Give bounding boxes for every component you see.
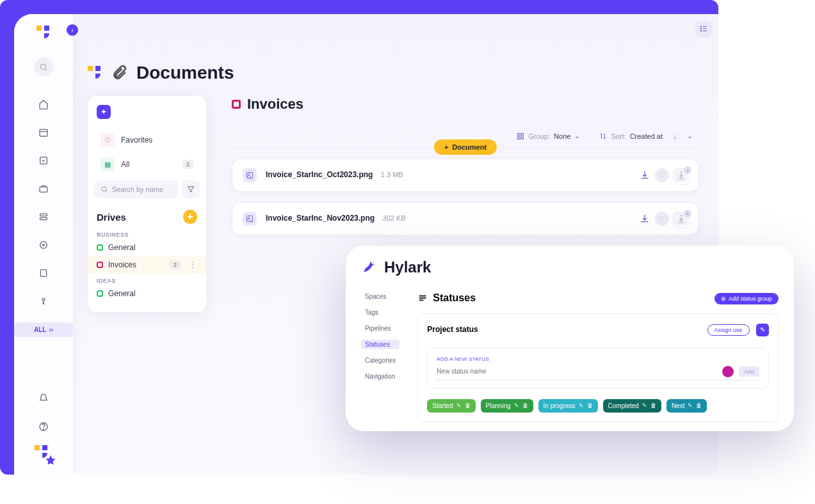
- help-icon[interactable]: [34, 417, 53, 436]
- svg-point-34: [373, 262, 374, 263]
- filter-button[interactable]: [182, 180, 200, 198]
- status-group-title: Project status: [427, 325, 478, 334]
- svg-rect-24: [518, 133, 520, 136]
- edit-icon[interactable]: ✎: [579, 402, 584, 409]
- nav-item-pipelines[interactable]: Pipelines: [361, 324, 399, 333]
- chip-label: Completed: [608, 402, 639, 409]
- nav-target-icon[interactable]: [34, 235, 53, 255]
- edit-icon[interactable]: ✎: [688, 402, 693, 409]
- nav-briefcase-icon[interactable]: [34, 179, 53, 198]
- document-size: 302 KB: [383, 214, 406, 222]
- nav-item-categories[interactable]: Categories: [361, 356, 399, 365]
- edit-icon[interactable]: ✎: [642, 402, 647, 409]
- edit-group-button[interactable]: ✎: [756, 324, 769, 336]
- nav-rail: › ALL ››: [14, 14, 73, 475]
- nav-note-icon[interactable]: [34, 264, 53, 283]
- delete-icon[interactable]: 🗑: [522, 402, 528, 409]
- all-row[interactable]: ▦ All 2: [92, 152, 202, 177]
- status-name-input[interactable]: [437, 368, 717, 375]
- download-icon[interactable]: [640, 214, 650, 224]
- nav-tasks-icon[interactable]: [34, 151, 53, 170]
- delete-icon[interactable]: 🗑: [696, 402, 702, 409]
- nav-item-tags[interactable]: Tags: [361, 308, 399, 317]
- document-card[interactable]: Invoice_StarInc_Nov2023.png 302 KB ♡ ⋮: [232, 202, 699, 235]
- download-icon[interactable]: [640, 170, 650, 180]
- drive-color-icon: [97, 290, 103, 297]
- overlay-nav: Spaces Tags Pipelines Statuses Categorie…: [361, 292, 399, 422]
- add-document-button[interactable]: + Document: [434, 139, 497, 155]
- add-status-label: ADD A NEW STATUS: [437, 356, 759, 362]
- nav-server-icon[interactable]: [34, 207, 53, 226]
- group-selector[interactable]: Group: None ⌄: [510, 128, 586, 144]
- status-chip[interactable]: Next ✎ 🗑: [666, 399, 707, 413]
- svg-rect-11: [40, 187, 47, 192]
- nav-all-filter[interactable]: ALL ››: [14, 322, 73, 337]
- delete-icon[interactable]: 🗑: [465, 402, 471, 409]
- svg-rect-28: [247, 173, 253, 178]
- svg-point-29: [248, 174, 250, 175]
- panel-collapse-button[interactable]: ✦: [97, 105, 111, 119]
- nav-calendar-icon[interactable]: [34, 123, 53, 142]
- drive-item-invoices[interactable]: Invoices 2 ⋮: [88, 256, 206, 274]
- overlay-logo: Hylark: [361, 258, 779, 276]
- svg-point-15: [43, 244, 45, 246]
- search-placeholder: Search by name: [112, 185, 163, 193]
- rail-search-button[interactable]: [34, 58, 53, 77]
- delete-icon[interactable]: 🗑: [587, 402, 593, 409]
- nav-item-statuses[interactable]: Statuses: [361, 340, 399, 349]
- rail-expand-button[interactable]: ›: [67, 24, 78, 36]
- sort-direction-button[interactable]: ↓: [666, 132, 683, 140]
- drive-item-menu[interactable]: ⋮: [188, 260, 197, 270]
- nav-item-navigation[interactable]: Navigation: [361, 372, 399, 381]
- drive-item-general[interactable]: General: [88, 239, 206, 256]
- status-color-picker[interactable]: [722, 366, 734, 377]
- chip-label: Started: [432, 402, 453, 409]
- documents-main: Invoices Group: None ⌄ Sort: Created at …: [232, 96, 718, 235]
- sort-icon: [599, 132, 607, 140]
- assign-user-button[interactable]: [673, 168, 690, 185]
- add-drive-button[interactable]: +: [183, 210, 197, 224]
- add-status-group-button[interactable]: ⊕ Add status group: [714, 293, 779, 304]
- svg-rect-8: [40, 129, 47, 136]
- status-chip[interactable]: Planning ✎ 🗑: [481, 399, 533, 413]
- sort-value: Created at: [630, 132, 663, 140]
- edit-icon[interactable]: ✎: [456, 402, 462, 409]
- svg-point-17: [42, 298, 45, 301]
- layout-toggle-button[interactable]: [695, 20, 712, 37]
- document-name: Invoice_StarInc_Nov2023.png: [266, 214, 375, 223]
- nav-home-icon[interactable]: [34, 95, 53, 114]
- user-avatar[interactable]: [35, 445, 52, 463]
- favorites-row[interactable]: ♡ Favorites: [92, 128, 202, 152]
- nav-item-spaces[interactable]: Spaces: [361, 292, 399, 301]
- drives-panel: ✦ ♡ Favorites ▦ All 2 Search by name Dri…: [88, 96, 206, 312]
- drive-item-ideas-general[interactable]: General: [88, 285, 206, 302]
- add-status-button[interactable]: Add: [739, 366, 759, 377]
- svg-line-7: [45, 68, 47, 70]
- delete-icon[interactable]: 🗑: [650, 402, 656, 409]
- assign-use-button[interactable]: Assign use: [707, 324, 750, 336]
- document-card[interactable]: Invoice_StarInc_Oct2023.png 1.3 MB ♡ ⋮: [232, 159, 699, 192]
- edit-icon[interactable]: ✎: [514, 402, 519, 409]
- all-count-badge: 2: [182, 160, 193, 169]
- notifications-icon[interactable]: [34, 389, 53, 408]
- assign-user-button[interactable]: [673, 212, 690, 228]
- status-chip[interactable]: Completed ✎ 🗑: [603, 399, 661, 413]
- favorite-button[interactable]: ♡: [655, 168, 669, 182]
- status-chip[interactable]: In progress ✎ 🗑: [538, 399, 598, 413]
- page-title: Documents: [136, 63, 234, 83]
- grid-icon: ▦: [101, 157, 115, 171]
- nav-key-icon[interactable]: [34, 292, 53, 311]
- drive-color-icon: [97, 244, 103, 251]
- svg-rect-12: [40, 214, 47, 216]
- image-file-icon: [243, 212, 257, 226]
- business-section-label: BUSINESS: [88, 228, 206, 239]
- status-chip[interactable]: Started ✎ 🗑: [427, 399, 475, 413]
- statuses-icon: [417, 293, 428, 303]
- favorite-button[interactable]: ♡: [655, 212, 669, 226]
- add-status-form: ADD A NEW STATUS Add: [427, 348, 769, 389]
- bird-icon: [361, 258, 379, 276]
- search-input[interactable]: Search by name: [94, 180, 178, 198]
- drive-count-badge: 2: [170, 260, 181, 269]
- sort-selector[interactable]: Sort: Created at ↓ ⌄: [593, 128, 699, 144]
- chip-label: Next: [672, 402, 685, 409]
